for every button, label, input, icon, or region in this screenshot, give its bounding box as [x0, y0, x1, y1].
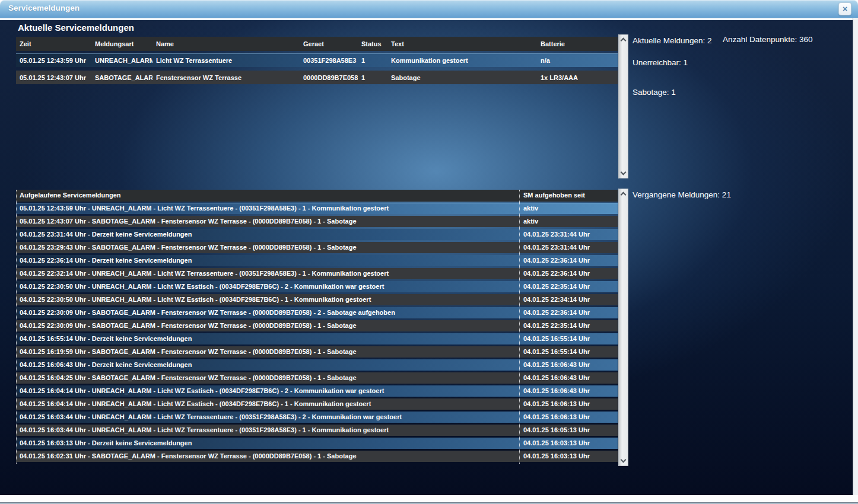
history-cleared-time: 04.01.25 22:36:14 Uhr: [519, 255, 618, 266]
history-row[interactable]: 04.01.25 16:55:14 Uhr - Derzeit keine Se…: [16, 333, 618, 344]
history-message: 04.01.25 16:04:25 Uhr - SABOTAGE_ALARM -…: [16, 372, 517, 384]
history-cleared-time: 04.01.25 16:55:14 Uhr: [519, 333, 618, 344]
column-header-zeit: Zeit: [16, 40, 91, 47]
history-row[interactable]: 04.01.25 22:30:09 Uhr - SABOTAGE_ALARM -…: [16, 307, 618, 318]
current-count-label: Aktuelle Meldungen: 2: [633, 36, 712, 45]
history-row[interactable]: 04.01.25 16:03:13 Uhr - Derzeit keine Se…: [16, 438, 618, 449]
scroll-up-icon[interactable]: [621, 192, 627, 198]
history-table-scrollbar[interactable]: [618, 189, 628, 466]
dialog-title: Servicemeldungen: [8, 4, 80, 12]
history-message: 04.01.25 16:03:44 Uhr - UNREACH_ALARM - …: [16, 412, 517, 423]
history-row[interactable]: 04.01.25 16:02:31 Uhr - SABOTAGE_ALARM -…: [16, 451, 618, 462]
history-row[interactable]: 04.01.25 22:30:50 Uhr - UNREACH_ALARM - …: [16, 294, 618, 305]
history-row[interactable]: 04.01.25 16:03:44 Uhr - UNREACH_ALARM - …: [16, 425, 618, 436]
history-cleared-time: 04.01.25 16:55:14 Uhr: [519, 346, 618, 358]
close-button[interactable]: ×: [838, 2, 851, 15]
history-table-header: Aufgelaufene Servicemeldungen SM aufgeho…: [16, 190, 618, 202]
dialog-bottom-frame: [0, 495, 858, 502]
cell-batterie: n/a: [537, 57, 618, 64]
cell-text: Sabotage: [387, 74, 537, 81]
history-row[interactable]: 04.01.25 16:04:14 Uhr - UNREACH_ALARM - …: [16, 385, 618, 397]
column-header-text: Text: [387, 40, 537, 47]
history-message: 05.01.25 12:43:07 Uhr - SABOTAGE_ALARM -…: [16, 216, 517, 227]
history-row[interactable]: 04.01.25 23:31:44 Uhr - Derzeit keine Se…: [16, 229, 618, 240]
current-table-header: Zeit Meldungsart Name Geraet Status Text…: [16, 37, 618, 51]
history-cleared-time: 04.01.25 22:35:14 Uhr: [519, 281, 618, 292]
history-message: 04.01.25 16:03:13 Uhr - Derzeit keine Se…: [16, 438, 517, 449]
datapoints-count-label: Anzahl Datenpunkte: 360: [723, 35, 813, 44]
dialog-content: Aktuelle Servicemeldungen Zeit Meldungsa…: [0, 20, 853, 495]
current-message-row[interactable]: 05.01.25 12:43:07 UhrSABOTAGE_ALARMFenst…: [16, 71, 618, 84]
current-table-scrollbar[interactable]: [618, 34, 628, 178]
current-rows: 05.01.25 12:43:59 UhrUNREACH_ALARMLicht …: [16, 53, 618, 84]
history-message: 05.01.25 12:43:59 Uhr - UNREACH_ALARM - …: [16, 203, 517, 214]
cell-geraet: 00351F298A58E3: [300, 57, 358, 64]
history-message: 04.01.25 16:02:31 Uhr - SABOTAGE_ALARM -…: [16, 451, 517, 462]
column-header-name: Name: [152, 40, 300, 47]
table-column-dotted-divider: [519, 190, 520, 464]
history-row[interactable]: 04.01.25 22:36:14 Uhr - Derzeit keine Se…: [16, 255, 618, 266]
history-message: 04.01.25 16:55:14 Uhr - Derzeit keine Se…: [16, 333, 517, 344]
cell-zeit: 05.01.25 12:43:07 Uhr: [16, 74, 91, 81]
scroll-down-icon[interactable]: [621, 457, 627, 463]
history-cleared-time: 04.01.25 16:06:43 Uhr: [519, 385, 618, 397]
scroll-up-icon[interactable]: [621, 38, 627, 44]
cell-name: Licht WZ Terrassentuere: [152, 57, 300, 64]
history-cleared-time: 04.01.25 22:34:14 Uhr: [519, 294, 618, 305]
history-row[interactable]: 04.01.25 22:30:09 Uhr - SABOTAGE_ALARM -…: [16, 320, 618, 331]
history-cleared-time: 04.01.25 22:35:14 Uhr: [519, 320, 618, 331]
scroll-down-icon[interactable]: [621, 170, 627, 176]
history-cleared-time: 04.01.25 16:06:13 Uhr: [519, 398, 618, 410]
cell-batterie: 1x LR3/AAA: [537, 74, 618, 81]
current-section-heading: Aktuelle Servicemeldungen: [18, 23, 134, 33]
sabotage-count-label: Sabotage: 1: [633, 88, 676, 97]
history-message: 04.01.25 22:32:14 Uhr - UNREACH_ALARM - …: [16, 268, 517, 279]
column-header-batterie: Batterie: [537, 40, 618, 47]
current-message-row[interactable]: 05.01.25 12:43:59 UhrUNREACH_ALARMLicht …: [16, 53, 618, 67]
column-header-cleared: SM aufgehoben seit: [523, 192, 585, 199]
history-row[interactable]: 04.01.25 23:29:43 Uhr - SABOTAGE_ALARM -…: [16, 242, 618, 253]
column-header-status: Status: [358, 40, 387, 47]
history-row[interactable]: 04.01.25 16:04:14 Uhr - UNREACH_ALARM - …: [16, 398, 618, 410]
history-message: 04.01.25 16:03:44 Uhr - UNREACH_ALARM - …: [16, 425, 517, 436]
history-message: 04.01.25 16:04:14 Uhr - UNREACH_ALARM - …: [16, 398, 517, 410]
history-row[interactable]: 04.01.25 16:06:43 Uhr - Derzeit keine Se…: [16, 359, 618, 371]
table-left-dotted-border: [16, 190, 17, 464]
history-cleared-time: 04.01.25 16:06:13 Uhr: [519, 412, 618, 423]
history-row[interactable]: 05.01.25 12:43:59 Uhr - UNREACH_ALARM - …: [16, 203, 618, 214]
history-row[interactable]: 04.01.25 16:04:25 Uhr - SABOTAGE_ALARM -…: [16, 372, 618, 384]
history-message: 04.01.25 22:36:14 Uhr - Derzeit keine Se…: [16, 255, 517, 266]
history-row[interactable]: 04.01.25 22:30:50 Uhr - UNREACH_ALARM - …: [16, 281, 618, 292]
history-cleared-time: 04.01.25 16:03:13 Uhr: [519, 438, 618, 449]
cell-text: Kommunikation gestoert: [387, 57, 537, 64]
current-messages-table: Zeit Meldungsart Name Geraet Status Text…: [16, 37, 618, 88]
history-row[interactable]: 04.01.25 16:19:59 Uhr - SABOTAGE_ALARM -…: [16, 346, 618, 358]
cell-status: 1: [358, 57, 387, 64]
history-message: 04.01.25 23:31:44 Uhr - Derzeit keine Se…: [16, 229, 517, 240]
history-section-heading: Aufgelaufene Servicemeldungen: [20, 192, 121, 199]
history-message: 04.01.25 16:04:14 Uhr - UNREACH_ALARM - …: [16, 385, 517, 397]
servicemeldungen-dialog: Servicemeldungen × Aktuelle Servicemeldu…: [0, 0, 858, 504]
history-row[interactable]: 04.01.25 16:03:44 Uhr - UNREACH_ALARM - …: [16, 412, 618, 423]
history-message: 04.01.25 22:30:09 Uhr - SABOTAGE_ALARM -…: [16, 320, 517, 331]
cell-geraet: 0000DD89B7E058: [300, 74, 358, 81]
history-message: 04.01.25 22:30:50 Uhr - UNREACH_ALARM - …: [16, 294, 517, 305]
cell-meldungsart: SABOTAGE_ALARM: [91, 74, 152, 81]
history-rows: 05.01.25 12:43:59 Uhr - UNREACH_ALARM - …: [16, 203, 618, 462]
history-cleared-time: aktiv: [519, 203, 618, 214]
unreachable-count-label: Unerreichbar: 1: [633, 58, 688, 67]
history-message: 04.01.25 16:06:43 Uhr - Derzeit keine Se…: [16, 359, 517, 371]
history-cleared-time: 04.01.25 16:03:13 Uhr: [519, 451, 618, 462]
history-table: Aufgelaufene Servicemeldungen SM aufgeho…: [16, 190, 618, 464]
history-cleared-time: aktiv: [519, 216, 618, 227]
history-row[interactable]: 04.01.25 22:32:14 Uhr - UNREACH_ALARM - …: [16, 268, 618, 279]
history-message: 04.01.25 16:19:59 Uhr - SABOTAGE_ALARM -…: [16, 346, 517, 358]
history-row[interactable]: 05.01.25 12:43:07 Uhr - SABOTAGE_ALARM -…: [16, 216, 618, 227]
history-cleared-time: 04.01.25 23:31:44 Uhr: [519, 242, 618, 253]
dialog-titlebar: Servicemeldungen ×: [0, 0, 858, 18]
history-cleared-time: 04.01.25 16:06:43 Uhr: [519, 359, 618, 371]
past-count-label: Vergangene Meldungen: 21: [633, 190, 731, 199]
cell-zeit: 05.01.25 12:43:59 Uhr: [16, 57, 91, 64]
history-message: 04.01.25 22:30:50 Uhr - UNREACH_ALARM - …: [16, 281, 517, 292]
history-message: 04.01.25 22:30:09 Uhr - SABOTAGE_ALARM -…: [16, 307, 517, 318]
